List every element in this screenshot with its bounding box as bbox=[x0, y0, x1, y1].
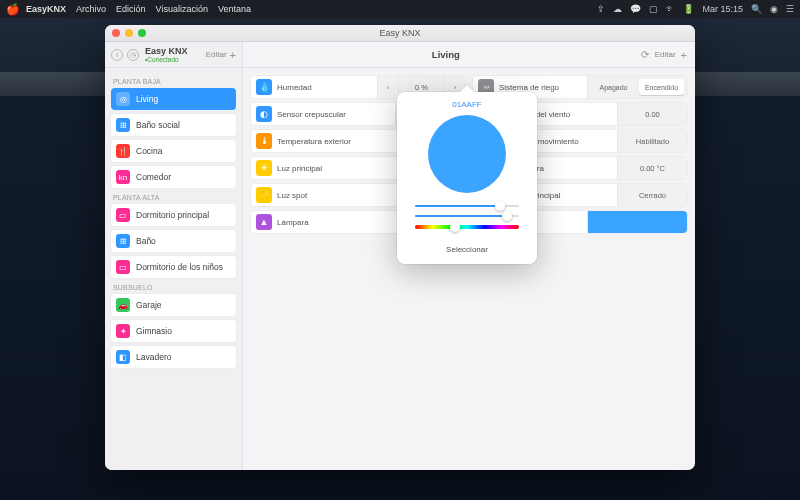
device-toggle[interactable]: ApagadoEncendido bbox=[587, 76, 687, 98]
device-label: Humedad bbox=[277, 83, 377, 92]
menubar-item[interactable]: Ventana bbox=[218, 4, 251, 14]
status-user-icon[interactable]: ◉ bbox=[770, 4, 778, 14]
device-value: 0.00 bbox=[617, 103, 687, 125]
sidebar-item-label: Garaje bbox=[136, 300, 162, 310]
room-icon: ✦ bbox=[116, 324, 130, 338]
device-label: Sensor crepuscular bbox=[277, 110, 395, 119]
device-color-swatch[interactable] bbox=[587, 211, 687, 233]
step-down-button[interactable]: ‹ bbox=[378, 76, 398, 98]
main-header: Living ⟳ Editar + bbox=[243, 42, 695, 68]
device-value: Habilitado bbox=[617, 130, 687, 152]
status-chat-icon[interactable]: 💬 bbox=[630, 4, 641, 14]
device-icon: ◐ bbox=[256, 106, 272, 122]
room-title: Living bbox=[251, 49, 641, 60]
sidebar: i ◷ Easy KNX •Conectado Editar + PLANTA … bbox=[105, 42, 243, 470]
status-wifi-icon[interactable]: ᯤ bbox=[666, 4, 675, 14]
toggle-on-button[interactable]: Encendido bbox=[639, 79, 684, 95]
sidebar-edit-button[interactable]: Editar bbox=[206, 50, 227, 59]
sidebar-item[interactable]: 🍴Cocina bbox=[111, 140, 236, 162]
menubar-clock[interactable]: Mar 15:15 bbox=[702, 4, 743, 14]
menubar-item[interactable]: Archivo bbox=[76, 4, 106, 14]
room-icon: ◧ bbox=[116, 350, 130, 364]
menubar-item[interactable]: Visualización bbox=[156, 4, 208, 14]
sidebar-item-label: Dormitorio de los niños bbox=[136, 262, 223, 272]
window-titlebar[interactable]: Easy KNX bbox=[105, 25, 695, 42]
sidebar-item-label: Dormitorio principal bbox=[136, 210, 209, 220]
info-icon[interactable]: i bbox=[111, 49, 123, 61]
menubar-item[interactable]: Edición bbox=[116, 4, 146, 14]
spotlight-icon[interactable]: 🔍 bbox=[751, 4, 762, 14]
hue-slider[interactable] bbox=[407, 225, 527, 229]
device-icon: 🌡 bbox=[256, 133, 272, 149]
app-window: Easy KNX i ◷ Easy KNX •Conectado Editar … bbox=[105, 25, 695, 470]
sidebar-item[interactable]: ◧Lavadero bbox=[111, 346, 236, 368]
device-label: Sistema de riego bbox=[499, 83, 587, 92]
select-color-button[interactable]: Seleccionar bbox=[446, 245, 488, 254]
status-cloud-icon[interactable]: ☁ bbox=[613, 4, 622, 14]
device-value: 0.00 °C bbox=[617, 157, 687, 179]
color-picker-popover: 01AAFF Seleccionar bbox=[397, 92, 537, 264]
notification-center-icon[interactable]: ☰ bbox=[786, 4, 794, 14]
sidebar-item-label: Cocina bbox=[136, 146, 162, 156]
color-hex-value: 01AAFF bbox=[452, 100, 481, 109]
saturation-slider[interactable] bbox=[407, 205, 527, 207]
sidebar-item-label: Comedor bbox=[136, 172, 171, 182]
sidebar-item-label: Living bbox=[136, 94, 158, 104]
sidebar-item[interactable]: ⊞Baño bbox=[111, 230, 236, 252]
sidebar-item[interactable]: ◎Living bbox=[111, 88, 236, 110]
room-icon: ▭ bbox=[116, 260, 130, 274]
sidebar-item[interactable]: ✦Gimnasio bbox=[111, 320, 236, 342]
sidebar-item[interactable]: ▭Dormitorio de los niños bbox=[111, 256, 236, 278]
sidebar-section-header: PLANTA BAJA bbox=[113, 78, 234, 85]
sidebar-item-label: Gimnasio bbox=[136, 326, 172, 336]
room-icon: 🚗 bbox=[116, 298, 130, 312]
sidebar-add-button[interactable]: + bbox=[230, 49, 236, 61]
sidebar-item[interactable]: ▭Dormitorio principal bbox=[111, 204, 236, 226]
device-icon: ▲ bbox=[256, 214, 272, 230]
sidebar-item-label: Lavadero bbox=[136, 352, 171, 362]
apple-menu-icon[interactable]: 🍎 bbox=[6, 3, 20, 16]
room-icon: kn bbox=[116, 170, 130, 184]
room-icon: 🍴 bbox=[116, 144, 130, 158]
room-icon: ⊞ bbox=[116, 118, 130, 132]
window-title: Easy KNX bbox=[105, 28, 695, 38]
clock-icon[interactable]: ◷ bbox=[127, 49, 139, 61]
main-edit-button[interactable]: Editar bbox=[655, 50, 676, 59]
status-dropbox-icon[interactable]: ⇪ bbox=[597, 4, 605, 14]
device-icon: ✨ bbox=[256, 187, 272, 203]
brightness-slider[interactable] bbox=[407, 215, 527, 217]
sidebar-item[interactable]: ⊞Baño social bbox=[111, 114, 236, 136]
sidebar-item-label: Baño bbox=[136, 236, 156, 246]
toggle-off-button[interactable]: Apagado bbox=[591, 79, 636, 95]
room-icon: ⊞ bbox=[116, 234, 130, 248]
device-value: Cerrado bbox=[617, 184, 687, 206]
sidebar-header: i ◷ Easy KNX •Conectado Editar + bbox=[105, 42, 242, 68]
status-display-icon[interactable]: ▢ bbox=[649, 4, 658, 14]
main-add-button[interactable]: + bbox=[681, 49, 687, 61]
sidebar-item[interactable]: 🚗Garaje bbox=[111, 294, 236, 316]
status-battery-icon[interactable]: 🔋 bbox=[683, 4, 694, 14]
sidebar-app-name: Easy KNX bbox=[145, 47, 188, 56]
sidebar-item-label: Baño social bbox=[136, 120, 180, 130]
room-icon: ◎ bbox=[116, 92, 130, 106]
device-icon: 💧 bbox=[256, 79, 272, 95]
sidebar-section-header: SUBSUELO bbox=[113, 284, 234, 291]
sidebar-section-header: PLANTA ALTA bbox=[113, 194, 234, 201]
macos-menubar: 🍎 EasyKNX Archivo Edición Visualización … bbox=[0, 0, 800, 18]
sidebar-connection-status: •Conectado bbox=[145, 56, 188, 63]
color-swatch-circle[interactable] bbox=[428, 115, 506, 193]
sidebar-item[interactable]: knComedor bbox=[111, 166, 236, 188]
room-icon: ▭ bbox=[116, 208, 130, 222]
device-icon: ☀ bbox=[256, 160, 272, 176]
main-panel: Living ⟳ Editar + 💧Humedad‹0 %›◐Sensor c… bbox=[243, 42, 695, 470]
menubar-app-name[interactable]: EasyKNX bbox=[26, 4, 66, 14]
refresh-icon[interactable]: ⟳ bbox=[641, 49, 649, 60]
